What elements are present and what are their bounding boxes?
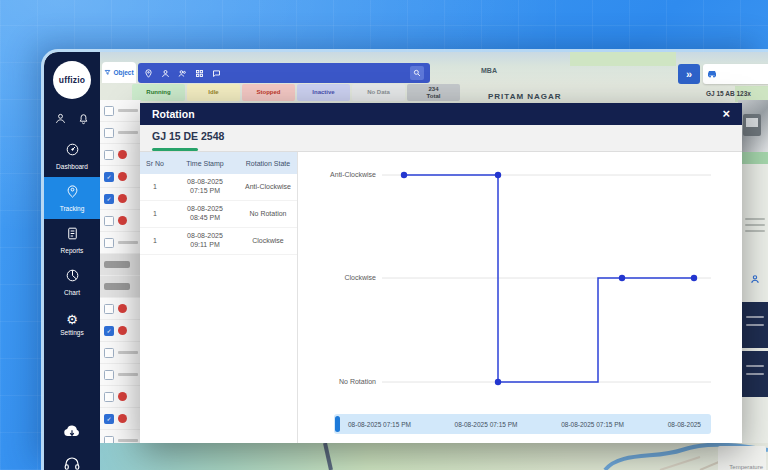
vehicle-status-icon	[118, 194, 127, 203]
status-chip-total[interactable]: 234Total	[407, 84, 460, 101]
modal-title: Rotation	[152, 108, 195, 120]
vehicle-row	[100, 100, 140, 122]
bell-icon[interactable]	[77, 112, 90, 125]
expand-panel-button[interactable]: »	[678, 64, 700, 84]
vehicle-checkbox[interactable]	[104, 304, 114, 314]
sidebar-item-reports[interactable]: Reports	[44, 219, 100, 261]
dashboard-icon	[65, 142, 80, 161]
cell-srno: 1	[140, 237, 170, 246]
vehicle-row	[100, 210, 140, 232]
vehicle-checkbox[interactable]	[104, 106, 114, 116]
vehicle-tab[interactable]: GJ 15 DE 2548	[152, 130, 224, 142]
vehicle-icon	[706, 65, 718, 83]
users-icon[interactable]	[178, 64, 187, 82]
map-overlay-card: Temperature	[718, 446, 766, 470]
pie-chart-icon	[65, 268, 80, 287]
vehicle-search-box[interactable]	[703, 64, 768, 84]
modal-body: Sr No Time Stamp Rotation State 108-08-2…	[140, 152, 742, 443]
cell-timestamp: 08-08-202507:15 PM	[170, 178, 240, 196]
sidebar-item-settings[interactable]: ⚙ Settings	[44, 303, 100, 345]
rotation-modal: Rotation × GJ 15 DE 2548 Sr No Time Stam…	[140, 103, 742, 443]
chip-label: No Data	[367, 89, 390, 96]
vehicle-checkbox[interactable]	[104, 392, 114, 402]
vehicle-row	[100, 386, 140, 408]
headset-icon[interactable]	[63, 455, 81, 470]
sidebar-item-tracking[interactable]: Tracking	[44, 177, 100, 219]
vehicle-checkbox[interactable]	[104, 238, 114, 248]
vehicle-checkbox[interactable]	[104, 128, 114, 138]
gear-icon: ⚙	[66, 313, 78, 327]
rotation-table: Sr No Time Stamp Rotation State 108-08-2…	[140, 152, 298, 443]
tracking-icon	[65, 184, 80, 203]
vehicle-status-icon	[118, 326, 127, 335]
vehicle-row	[100, 122, 140, 144]
vehicle-photo-thumbnail	[738, 100, 768, 152]
group-label-bar	[104, 261, 130, 268]
sidebar-item-dashboard[interactable]: Dashboard	[44, 135, 100, 177]
sidebar-item-label: Dashboard	[56, 163, 88, 170]
status-chip-inactive[interactable]: Inactive	[297, 84, 350, 101]
vehicle-checkbox[interactable]	[104, 436, 114, 444]
chat-icon[interactable]	[212, 64, 221, 82]
grid-icon[interactable]	[195, 64, 204, 82]
y-axis-label: No Rotation	[339, 378, 376, 385]
cell-rotation-state: Clockwise	[240, 237, 296, 246]
column-header-srno: Sr No	[140, 160, 170, 167]
top-toolbar	[138, 63, 430, 83]
vehicle-checkbox[interactable]: ✓	[104, 194, 114, 204]
panel-navy-row	[742, 302, 768, 348]
time-axis-bar[interactable]: 08-08-2025 07:15 PM08-08-2025 07:15 PM08…	[334, 414, 711, 434]
vehicle-row: ✓	[100, 166, 140, 188]
vehicle-checkbox[interactable]: ✓	[104, 326, 114, 336]
vehicle-checkbox[interactable]	[104, 216, 114, 226]
vehicle-group-row	[100, 254, 140, 276]
x-axis-label: 08-08-2025 07:15 PM	[561, 421, 624, 428]
uffizio-logo: uffizio	[53, 61, 91, 99]
table-row: 108-08-202508:45 PMNo Rotation	[140, 201, 297, 228]
reports-icon	[65, 226, 80, 245]
status-chip-stopped[interactable]: Stopped	[242, 84, 295, 101]
vehicle-checkbox[interactable]: ✓	[104, 414, 114, 424]
rotation-table-body: 108-08-202507:15 PMAnti-Clockwise108-08-…	[140, 174, 297, 255]
vehicle-checkbox[interactable]	[104, 150, 114, 160]
vehicle-row	[100, 364, 140, 386]
status-chip-no-data[interactable]: No Data	[352, 84, 405, 101]
cloud-download-icon[interactable]	[62, 423, 82, 443]
vehicle-text-bar	[118, 131, 138, 134]
table-row: 108-08-202509:11 PMClockwise	[140, 228, 297, 255]
modal-tabbar: GJ 15 DE 2548	[140, 125, 742, 152]
user-icon[interactable]	[54, 112, 67, 125]
table-row: 108-08-202507:15 PMAnti-Clockwise	[140, 174, 297, 201]
sidebar-item-chart[interactable]: Chart	[44, 261, 100, 303]
tab-object[interactable]: Object	[102, 62, 136, 83]
chip-label: Inactive	[312, 89, 334, 96]
vehicle-checkbox[interactable]	[104, 370, 114, 380]
panel-text-lines	[742, 164, 768, 232]
vehicle-checkbox[interactable]: ✓	[104, 172, 114, 182]
vehicle-row: ✓	[100, 408, 140, 430]
user-icon[interactable]	[161, 64, 170, 82]
status-chip-running[interactable]: Running	[132, 84, 185, 101]
vehicle-row	[100, 232, 140, 254]
sidebar: uffizio Dashboard Tracking Reports Chart	[44, 52, 100, 470]
cell-srno: 1	[140, 183, 170, 192]
chip-label: Idle	[208, 89, 218, 96]
close-icon[interactable]: ×	[722, 103, 730, 125]
status-chip-idle[interactable]: Idle	[187, 84, 240, 101]
vehicle-row	[100, 144, 140, 166]
panel-navy-row	[742, 351, 768, 397]
vehicle-text-bar	[118, 241, 138, 244]
pin-icon[interactable]	[144, 64, 153, 82]
x-axis-label: 08-08-2025 07:15 PM	[348, 421, 411, 428]
cell-rotation-state: Anti-Clockwise	[240, 183, 296, 192]
status-chips: RunningIdleStoppedInactiveNo Data234Tota…	[132, 84, 460, 101]
vehicle-checkbox[interactable]	[104, 348, 114, 358]
cell-timestamp: 08-08-202508:45 PM	[170, 205, 240, 223]
y-axis-label: Anti-Clockwise	[330, 171, 376, 178]
time-axis-handle[interactable]	[335, 416, 340, 432]
searched-plate-label: GJ 15 AB 123x	[706, 90, 751, 97]
chip-count: 234	[428, 86, 438, 93]
column-header-timestamp: Time Stamp	[170, 160, 240, 167]
chip-label: Running	[146, 89, 170, 96]
search-icon[interactable]	[410, 66, 424, 80]
